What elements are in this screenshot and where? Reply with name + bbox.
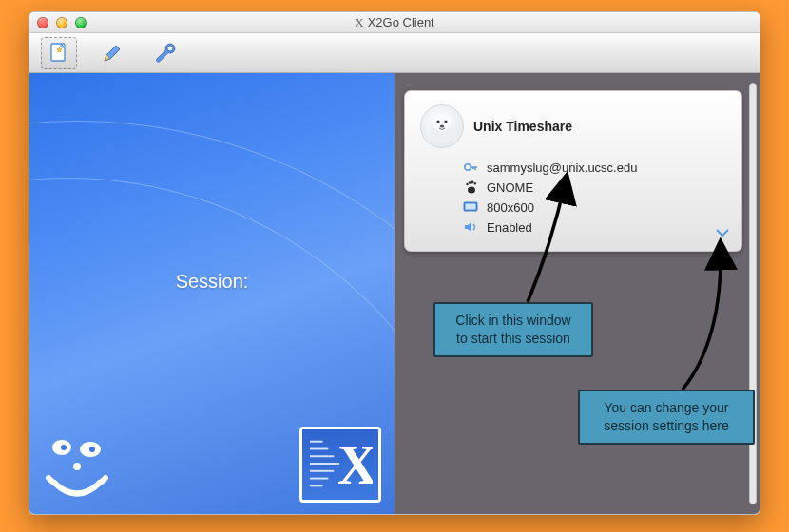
- expand-session-button[interactable]: [715, 227, 730, 241]
- seal-logo-icon: [41, 430, 126, 504]
- app-icon: X: [355, 15, 363, 30]
- session-geometry: 800x600: [487, 200, 534, 215]
- svg-rect-26: [466, 204, 476, 210]
- session-geometry-row: 800x600: [462, 200, 726, 215]
- svg-point-19: [465, 164, 471, 170]
- svg-point-5: [73, 463, 81, 470]
- window-controls: [37, 17, 87, 28]
- chevron-down-icon: [715, 227, 730, 238]
- session-desktop: GNOME: [487, 180, 533, 195]
- pencil-icon: [101, 42, 124, 65]
- svg-point-15: [433, 114, 452, 131]
- app-window: X X2Go Client S: [29, 11, 760, 515]
- svg-point-16: [436, 120, 439, 123]
- session-login: sammyslug@unix.ucsc.edu: [487, 161, 637, 175]
- x2go-x-icon: X: [308, 435, 373, 494]
- sound-icon: [462, 219, 479, 235]
- gnome-foot-icon: [462, 180, 479, 195]
- svg-text:X: X: [337, 435, 373, 494]
- svg-point-20: [468, 186, 475, 193]
- minimize-button[interactable]: [56, 17, 67, 28]
- seal-avatar-icon: [425, 109, 459, 143]
- sessions-list-panel: Unix Timeshare sammyslug@unix.ucsc.edu: [394, 73, 760, 514]
- x2go-logo: X: [299, 427, 381, 503]
- svg-point-21: [466, 183, 468, 185]
- display-icon: [462, 200, 479, 215]
- svg-point-23: [471, 181, 474, 184]
- new-session-button[interactable]: [41, 37, 77, 69]
- key-icon: [462, 160, 479, 175]
- svg-point-4: [89, 446, 95, 452]
- new-document-star-icon: [48, 42, 70, 65]
- svg-point-24: [474, 182, 476, 184]
- zoom-button[interactable]: [75, 17, 87, 28]
- svg-point-3: [61, 445, 67, 450]
- window-title: X X2Go Client: [29, 15, 760, 30]
- svg-point-18: [440, 124, 445, 127]
- session-login-row: sammyslug@unix.ucsc.edu: [462, 160, 726, 175]
- session-name: Unix Timeshare: [473, 119, 572, 134]
- session-sound: Enabled: [487, 220, 532, 235]
- svg-point-22: [469, 181, 471, 184]
- toolbar: [29, 33, 760, 73]
- close-button[interactable]: [37, 17, 48, 28]
- session-desktop-row: GNOME: [462, 180, 726, 195]
- vertical-scrollbar[interactable]: [749, 83, 757, 504]
- wrench-icon: [153, 42, 178, 65]
- session-card-header: Unix Timeshare: [420, 104, 726, 148]
- content-area: Session:: [29, 73, 760, 514]
- edit-button[interactable]: [94, 37, 130, 69]
- session-card[interactable]: Unix Timeshare sammyslug@unix.ucsc.edu: [404, 90, 742, 252]
- svg-point-17: [444, 120, 447, 123]
- window-title-text: X2Go Client: [368, 15, 434, 29]
- titlebar[interactable]: X X2Go Client: [29, 12, 760, 33]
- session-sound-row: Enabled: [462, 219, 726, 235]
- settings-button[interactable]: [147, 37, 183, 69]
- session-avatar: [420, 104, 464, 148]
- session-panel: Session:: [29, 73, 394, 514]
- session-label: Session:: [29, 271, 394, 293]
